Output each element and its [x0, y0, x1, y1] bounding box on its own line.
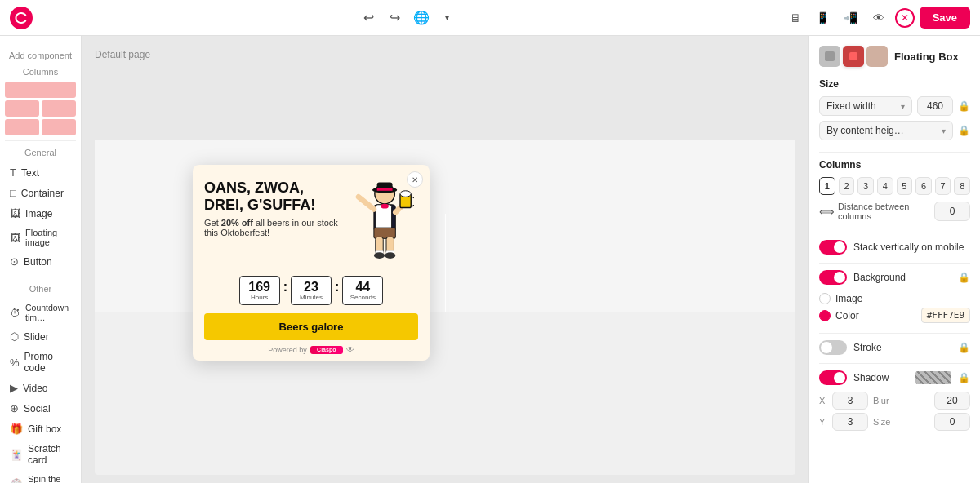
image-radio[interactable] [819, 293, 831, 304]
panel-divider-1 [819, 152, 970, 153]
timer-hours-label: Hours [251, 294, 268, 301]
sidebar-divider-1 [5, 140, 76, 141]
width-lock-icon[interactable]: 🔒 [958, 100, 970, 112]
bg-toggle-thumb [834, 272, 845, 283]
sidebar-item-gift-box[interactable]: 🎁 Gift box [5, 419, 76, 439]
mobile-button[interactable]: 📲 [840, 7, 862, 29]
stroke-lock-icon[interactable]: 🔒 [958, 342, 970, 353]
timer-hours-box: 169 Hours [239, 276, 280, 305]
stack-toggle[interactable] [819, 240, 847, 255]
x-label: X [819, 396, 827, 405]
preview-button[interactable]: 👁 [867, 7, 890, 29]
panel-icon-2[interactable] [843, 46, 864, 67]
sidebar-item-spin-wheel[interactable]: 🎡 Spin the wheel [5, 470, 76, 483]
col-layout-1[interactable] [5, 82, 76, 98]
save-button[interactable]: Save [920, 7, 970, 29]
shadow-toggle[interactable] [819, 370, 847, 385]
undo-button[interactable]: ↩ [358, 7, 381, 29]
col-num-2[interactable]: 2 [839, 177, 855, 195]
sidebar-item-slider[interactable]: ⬡ Slider [5, 326, 76, 347]
columns-section-title: Columns [5, 67, 76, 77]
col-layout-3[interactable] [5, 119, 76, 135]
sidebar-item-promo-code[interactable]: % Promo code [5, 347, 76, 378]
distance-row: ⟺ Distance between columns 0 [819, 202, 970, 221]
desktop-button[interactable]: 🖥 [784, 7, 807, 29]
background-section: Background 🔒 Image Color #FFF7E9 [819, 270, 970, 325]
sidebar-item-social[interactable]: ⊕ Social [5, 398, 76, 419]
x-value[interactable]: 3 [832, 392, 868, 410]
sidebar-item-container[interactable]: □ Container [5, 183, 76, 203]
popup-close-button[interactable]: ✕ [407, 171, 423, 188]
sidebar-item-countdown[interactable]: ⏱ Countdown tim… [5, 299, 76, 326]
y-row: Y 3 Size 0 [819, 413, 970, 431]
bg-toggle[interactable] [819, 270, 847, 285]
view-icon: 👁 [346, 345, 354, 354]
panel-icon-3[interactable] [866, 46, 888, 67]
col-num-8[interactable]: 8 [954, 177, 970, 195]
sidebar-item-text[interactable]: T Text [5, 162, 76, 183]
popup-powered: Powered by Claspo 👁 [193, 340, 430, 361]
globe-button[interactable]: 🌐 [410, 7, 433, 29]
social-icon: ⊕ [10, 402, 19, 414]
sidebar-item-gift-label: Gift box [28, 423, 61, 435]
canvas-half-right [446, 214, 796, 312]
canvas-area[interactable]: Default page ✕ OANS, ZWOA, DREI, G'SUFFA… [82, 36, 808, 483]
tablet-button[interactable]: 📱 [812, 7, 835, 29]
blur-value[interactable]: 20 [934, 392, 970, 410]
shadow-lock-icon[interactable]: 🔒 [958, 372, 970, 383]
panel-icon-1[interactable] [819, 46, 840, 67]
close-button[interactable]: ✕ [895, 8, 915, 28]
color-swatch[interactable]: #FFF7E9 [921, 308, 970, 323]
promo-icon: % [10, 357, 20, 369]
col-block-third-2 [42, 119, 76, 135]
timer-minutes-label: Minutes [300, 294, 323, 301]
sidebar-item-scratch-card[interactable]: 🃏 Scratch card [5, 439, 76, 470]
topbar-left [10, 7, 33, 29]
col-num-4[interactable]: 4 [877, 177, 893, 195]
stack-toggle-row: Stack vertically on mobile [819, 240, 970, 255]
bg-lock-icon[interactable]: 🔒 [958, 272, 970, 283]
button-icon: ⊙ [10, 255, 19, 268]
size-value[interactable]: 0 [934, 413, 970, 431]
timer-hours-value: 169 [248, 281, 270, 294]
powered-brand: Claspo [310, 346, 343, 354]
popup-person-svg [345, 179, 414, 265]
col-num-3[interactable]: 3 [858, 177, 874, 195]
panel-header: Floating Box [819, 46, 970, 67]
color-radio[interactable] [819, 310, 831, 321]
popup-subtitle: Get 20% off all beers in our stock this … [204, 218, 338, 237]
col-layout-2[interactable] [5, 100, 76, 117]
col-num-5[interactable]: 5 [897, 177, 913, 195]
timer-seconds-value: 44 [355, 281, 370, 294]
col-num-1[interactable]: 1 [819, 177, 835, 195]
sidebar-item-container-label: Container [21, 188, 64, 199]
width-value[interactable]: 460 [917, 96, 953, 116]
sidebar-item-video[interactable]: ▶ Video [5, 378, 76, 398]
height-lock-icon[interactable]: 🔒 [958, 125, 970, 136]
panel-icon-group [819, 46, 888, 67]
timer-sep-2: : [335, 280, 339, 295]
sidebar-item-image[interactable]: 🖼 Image [5, 203, 76, 224]
stroke-toggle-thumb [821, 342, 832, 353]
redo-button[interactable]: ↪ [384, 7, 407, 29]
y-value[interactable]: 3 [832, 413, 868, 431]
distance-value[interactable]: 0 [934, 202, 970, 221]
popup-text: OANS, ZWOA, DREI, G'SUFFA! Get 20% off a… [204, 179, 338, 237]
globe-dropdown-button[interactable]: ▾ [436, 7, 459, 29]
sidebar-item-button[interactable]: ⊙ Button [5, 251, 76, 272]
other-section-title: Other [5, 284, 76, 294]
popup-cta-button[interactable]: Beers galore [204, 313, 418, 340]
col-num-6[interactable]: 6 [915, 177, 932, 195]
height-select[interactable]: By content heig… ▾ [819, 121, 953, 140]
sidebar-item-floating-image[interactable]: 🖼 Floating image [5, 224, 76, 251]
width-select[interactable]: Fixed width ▾ [819, 96, 912, 116]
height-select-arrow: ▾ [942, 126, 946, 135]
timer-minutes-box: 23 Minutes [291, 276, 332, 305]
sidebar-item-spin-label: Spin the wheel [28, 474, 71, 483]
countdown-icon: ⏱ [10, 307, 20, 319]
col-num-7[interactable]: 7 [935, 177, 951, 195]
panel-divider-4 [819, 333, 970, 334]
sidebar-divider-2 [5, 277, 76, 277]
stroke-toggle[interactable] [819, 340, 847, 355]
scratch-icon: 🃏 [10, 449, 23, 461]
